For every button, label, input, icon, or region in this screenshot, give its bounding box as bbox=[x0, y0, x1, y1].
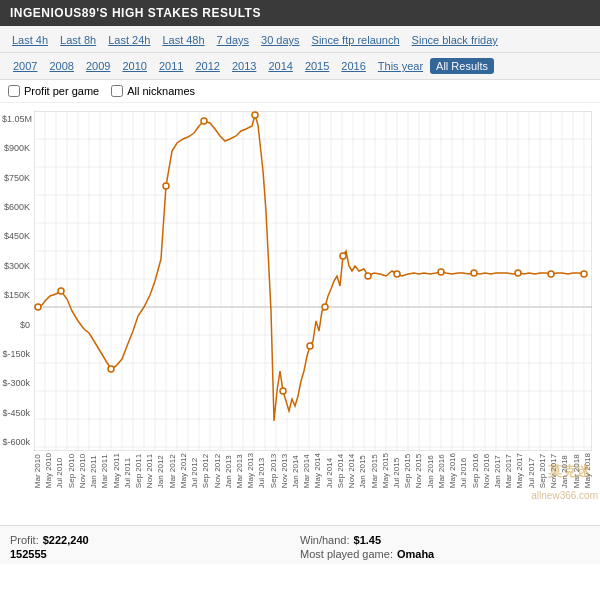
x-label: Mar 2013 bbox=[236, 453, 244, 488]
filter-last4h[interactable]: Last 4h bbox=[8, 32, 52, 48]
data-point bbox=[340, 253, 346, 259]
x-label: Jul 2015 bbox=[393, 453, 401, 488]
year-2010[interactable]: 2010 bbox=[117, 58, 151, 74]
winhand-value: $1.45 bbox=[354, 534, 382, 546]
x-label: May 2010 bbox=[45, 453, 53, 488]
year-2016[interactable]: 2016 bbox=[336, 58, 370, 74]
x-label: Sep 2016 bbox=[472, 453, 480, 488]
all-nicknames-checkbox[interactable] bbox=[111, 85, 123, 97]
filter-30days[interactable]: 30 days bbox=[257, 32, 304, 48]
x-label: Jul 2010 bbox=[56, 453, 64, 488]
data-point bbox=[365, 273, 371, 279]
data-point bbox=[548, 271, 554, 277]
filter-since-black[interactable]: Since black friday bbox=[408, 32, 502, 48]
x-label: Mar 2015 bbox=[371, 453, 379, 488]
profit-per-game-option[interactable]: Profit per game bbox=[8, 85, 99, 97]
filter-7days[interactable]: 7 days bbox=[213, 32, 253, 48]
data-point bbox=[515, 270, 521, 276]
all-nicknames-label: All nicknames bbox=[127, 85, 195, 97]
x-label: Sep 2010 bbox=[68, 453, 76, 488]
winhand-label: Win/hand: bbox=[300, 534, 350, 546]
y-label-7: $150K bbox=[2, 291, 32, 300]
hands-stat: 152555 bbox=[10, 548, 300, 560]
x-label: Jul 2013 bbox=[258, 453, 266, 488]
data-point bbox=[35, 304, 41, 310]
year-2008[interactable]: 2008 bbox=[44, 58, 78, 74]
x-label: Jan 2012 bbox=[157, 453, 165, 488]
data-point bbox=[322, 304, 328, 310]
x-label: Jan 2018 bbox=[561, 453, 569, 488]
year-2014[interactable]: 2014 bbox=[263, 58, 297, 74]
x-label: Nov 2015 bbox=[415, 453, 423, 488]
time-filter-bar: Last 4h Last 8h Last 24h Last 48h 7 days… bbox=[0, 26, 600, 53]
chart-container: $1.05M $900K $750K $600K $450K $300K $15… bbox=[0, 103, 600, 521]
y-label-6: $300K bbox=[2, 262, 32, 271]
main-chart bbox=[34, 111, 592, 451]
svg-rect-0 bbox=[34, 111, 592, 451]
filter-last48h[interactable]: Last 48h bbox=[158, 32, 208, 48]
y-label-2: $900K bbox=[2, 144, 32, 153]
profit-label: Profit: bbox=[10, 534, 39, 546]
x-label: Jan 2017 bbox=[494, 453, 502, 488]
x-label: May 2017 bbox=[516, 453, 524, 488]
x-label: Jul 2012 bbox=[191, 453, 199, 488]
data-point bbox=[280, 388, 286, 394]
x-label: Jan 2011 bbox=[90, 453, 98, 488]
year-2012[interactable]: 2012 bbox=[190, 58, 224, 74]
most-played-stat: Most played game: Omaha bbox=[300, 548, 590, 560]
y-label-4: $600K bbox=[2, 203, 32, 212]
page-header: INGENIOUS89'S HIGH STAKES RESULTS bbox=[0, 0, 600, 26]
x-label: Jul 2011 bbox=[124, 453, 132, 488]
data-point bbox=[163, 183, 169, 189]
x-label: May 2013 bbox=[247, 453, 255, 488]
x-label: Nov 2011 bbox=[146, 453, 154, 488]
data-point bbox=[58, 288, 64, 294]
x-label: May 2014 bbox=[314, 453, 322, 488]
page-title: INGENIOUS89'S HIGH STAKES RESULTS bbox=[10, 6, 261, 20]
year-2013[interactable]: 2013 bbox=[227, 58, 261, 74]
x-axis: Mar 2010May 2010Jul 2010Sep 2010Nov 2010… bbox=[34, 453, 592, 488]
filter-last24h[interactable]: Last 24h bbox=[104, 32, 154, 48]
year-2015[interactable]: 2015 bbox=[300, 58, 334, 74]
x-label: Nov 2010 bbox=[79, 453, 87, 488]
y-label-9: $-150k bbox=[2, 350, 32, 359]
x-label: Sep 2013 bbox=[270, 453, 278, 488]
year-this[interactable]: This year bbox=[373, 58, 428, 74]
profit-stat: Profit: $222,240 bbox=[10, 534, 300, 546]
x-label: Jan 2016 bbox=[427, 453, 435, 488]
x-label: May 2015 bbox=[382, 453, 390, 488]
data-point bbox=[252, 112, 258, 118]
filter-since-relaunch[interactable]: Since ftp relaunch bbox=[308, 32, 404, 48]
x-label: Mar 2011 bbox=[101, 453, 109, 488]
profit-per-game-label: Profit per game bbox=[24, 85, 99, 97]
year-2007[interactable]: 2007 bbox=[8, 58, 42, 74]
data-point bbox=[201, 118, 207, 124]
y-label-3: $750K bbox=[2, 174, 32, 183]
data-point bbox=[438, 269, 444, 275]
x-label: Jan 2015 bbox=[359, 453, 367, 488]
x-label: Nov 2016 bbox=[483, 453, 491, 488]
year-all[interactable]: All Results bbox=[430, 58, 494, 74]
data-point bbox=[394, 271, 400, 277]
x-label: May 2012 bbox=[180, 453, 188, 488]
x-label: Sep 2014 bbox=[337, 453, 345, 488]
profit-per-game-checkbox[interactable] bbox=[8, 85, 20, 97]
y-label-10: $-300k bbox=[2, 379, 32, 388]
filter-last8h[interactable]: Last 8h bbox=[56, 32, 100, 48]
x-label: Mar 2016 bbox=[438, 453, 446, 488]
x-label: Mar 2012 bbox=[169, 453, 177, 488]
y-label-5: $450K bbox=[2, 232, 32, 241]
all-nicknames-option[interactable]: All nicknames bbox=[111, 85, 195, 97]
year-2011[interactable]: 2011 bbox=[154, 58, 188, 74]
year-2009[interactable]: 2009 bbox=[81, 58, 115, 74]
x-label: Nov 2012 bbox=[214, 453, 222, 488]
winhand-stat: Win/hand: $1.45 bbox=[300, 534, 590, 546]
x-label: May 2018 bbox=[584, 453, 592, 488]
x-label: Nov 2014 bbox=[348, 453, 356, 488]
data-point bbox=[108, 366, 114, 372]
checkbox-bar: Profit per game All nicknames bbox=[0, 80, 600, 103]
data-point bbox=[307, 343, 313, 349]
hands-value: 152555 bbox=[10, 548, 47, 560]
year-filter-bar: 2007 2008 2009 2010 2011 2012 2013 2014 … bbox=[0, 53, 600, 80]
y-label-8: $0 bbox=[2, 321, 32, 330]
